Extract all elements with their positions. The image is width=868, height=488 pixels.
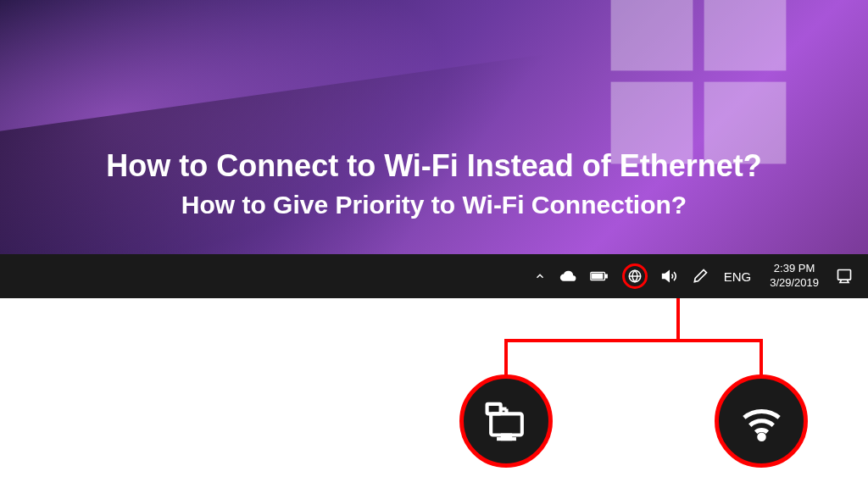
svg-rect-9 <box>491 413 522 435</box>
page-subtitle: How to Give Priority to Wi-Fi Connection… <box>0 191 868 219</box>
page-title: How to Connect to Wi-Fi Instead of Ether… <box>0 148 868 184</box>
svg-rect-12 <box>487 403 500 413</box>
clock-time: 2:39 PM <box>774 262 815 276</box>
callout-area <box>0 298 868 488</box>
battery-icon[interactable] <box>585 266 614 286</box>
wifi-callout-icon <box>715 374 808 468</box>
network-icon[interactable] <box>617 260 653 292</box>
ethernet-callout-icon <box>459 374 553 468</box>
taskbar: ENG 2:39 PM 3/29/2019 <box>0 254 868 298</box>
callout-connector <box>504 339 508 380</box>
language-indicator[interactable]: ENG <box>717 266 759 287</box>
onedrive-icon[interactable] <box>554 264 581 288</box>
clock[interactable]: 2:39 PM 3/29/2019 <box>761 258 827 294</box>
clock-date: 3/29/2019 <box>770 276 819 291</box>
callout-connector <box>504 339 763 342</box>
svg-rect-5 <box>605 274 607 278</box>
callout-connector <box>760 339 763 380</box>
windows-logo <box>605 0 792 169</box>
action-center-icon[interactable] <box>831 264 858 288</box>
svg-rect-1 <box>704 0 787 70</box>
show-hidden-icons-button[interactable] <box>529 267 551 286</box>
svg-point-15 <box>759 435 764 440</box>
callout-connector <box>676 298 680 339</box>
pen-icon[interactable] <box>687 264 714 288</box>
svg-rect-0 <box>611 0 693 70</box>
volume-icon[interactable] <box>656 264 683 288</box>
hero-background: How to Connect to Wi-Fi Instead of Ether… <box>0 0 868 254</box>
svg-rect-6 <box>592 274 602 279</box>
svg-rect-8 <box>838 270 851 280</box>
